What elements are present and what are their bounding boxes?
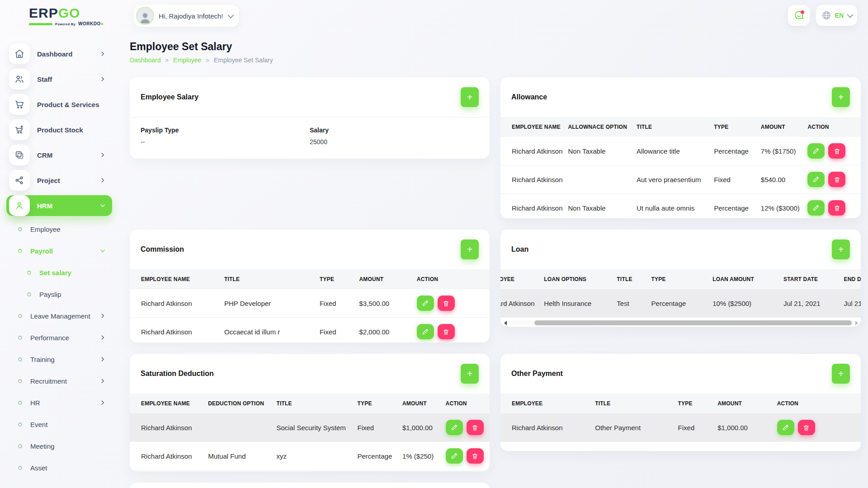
add-employee-salary-button[interactable]: + — [461, 87, 479, 107]
sidebar-item-event[interactable]: Event — [6, 416, 112, 433]
user-menu[interactable]: Hi, Rajodiya Infotech! — [134, 5, 239, 27]
column-header-employee: EMPLOYEE — [500, 394, 590, 413]
chevron-right-icon — [99, 356, 106, 362]
sidebar-item-set-salary[interactable]: Set salary — [6, 264, 112, 281]
table-row: Richard AtkinsonPHP DeveloperFixed$3,500… — [130, 289, 490, 318]
table-cell: 1% ($250) — [398, 442, 441, 470]
actions-cell — [803, 194, 861, 219]
breadcrumb-link-dashboard[interactable]: Dashboard — [130, 56, 161, 64]
edit-row-button[interactable] — [446, 448, 463, 464]
breadcrumb-separator: > — [206, 57, 209, 64]
table-cell: Richard Atkinson — [130, 318, 220, 343]
app-logo: ERPGO Powered By WORKDO● — [29, 6, 119, 26]
payslip-type-field: Payslip Type -- — [141, 127, 310, 145]
allowance-title: Allowance — [511, 93, 547, 101]
messenger-button[interactable] — [788, 5, 810, 26]
edit-row-button[interactable] — [777, 420, 794, 435]
sidebar-item-payslip[interactable]: Payslip — [6, 286, 112, 303]
table-row: Richard AtkinsonMutual FundxyzPercentage… — [130, 442, 490, 470]
salary-value: 25000 — [310, 138, 479, 145]
delete-row-button[interactable] — [798, 420, 815, 435]
delete-row-button[interactable] — [828, 172, 845, 187]
table-cell: $2,000.00 — [354, 318, 412, 343]
sidebar-item-hrm[interactable]: HRM — [6, 195, 112, 216]
sidebar-item-crm[interactable]: CRM — [6, 145, 112, 165]
sidebar-item-training[interactable]: Training — [6, 351, 112, 368]
logo-workdo: WORKDO● — [78, 22, 104, 26]
add-commission-button[interactable]: + — [461, 239, 479, 259]
scrollbar-thumb[interactable] — [534, 320, 852, 325]
edit-row-button[interactable] — [417, 324, 434, 339]
sidebar-item-recruitment[interactable]: Recruitment — [6, 372, 112, 389]
bullet-icon — [18, 422, 22, 427]
scroll-left-arrow[interactable] — [504, 321, 507, 325]
column-header-loan-options: LOAN OPTIONS — [539, 269, 612, 289]
sidebar-item-payroll[interactable]: Payroll — [6, 242, 112, 259]
chevron-right-icon — [99, 334, 106, 341]
edit-row-button[interactable] — [807, 172, 825, 187]
topbar: ERPGO Powered By WORKDO● Hi, Rajodiya In… — [0, 0, 868, 33]
table-cell: $540.00 — [756, 165, 803, 194]
other-payment-table: EMPLOYEETITLETYPEAMOUNTACTIONRichard Atk… — [500, 394, 861, 442]
column-header-allownace-option: ALLOWNACE OPTION — [563, 117, 632, 137]
sidebar-item-label: Performance — [30, 334, 69, 342]
column-header-title: TITLE — [590, 394, 673, 413]
table-cell: Richard Atkinson — [500, 289, 539, 318]
sidebar-item-label: Product Stock — [37, 126, 83, 134]
table-cell: Richard Atkinson — [130, 442, 203, 470]
table-cell — [203, 413, 272, 442]
table-cell: xyz — [272, 442, 353, 470]
sidebar-item-label: Product & Services — [37, 101, 99, 108]
salary-label: Salary — [310, 127, 479, 134]
table-cell: 10% ($2500) — [708, 289, 779, 318]
add-other-payment-button[interactable]: + — [832, 364, 850, 384]
add-allowance-button[interactable]: + — [832, 87, 850, 107]
bullet-icon — [18, 227, 22, 231]
delete-row-button[interactable] — [828, 143, 845, 159]
other-payment-card: Other Payment + EMPLOYEETITLETYPEAMOUNTA… — [500, 354, 861, 451]
delete-row-button[interactable] — [438, 296, 455, 311]
sidebar-item-meeting[interactable]: Meeting — [6, 437, 112, 455]
breadcrumb-link-employee[interactable]: Employee — [173, 56, 201, 64]
add-loan-button[interactable]: + — [832, 239, 850, 259]
edit-row-button[interactable] — [417, 296, 434, 311]
sidebar-item-hr[interactable]: HR — [6, 394, 112, 411]
chevron-down-icon — [847, 12, 853, 18]
edit-row-button[interactable] — [807, 200, 825, 216]
column-header-start-date: START DATE — [779, 269, 839, 289]
delete-row-button[interactable] — [438, 324, 455, 339]
saturation-deduction-title: Saturation Deduction — [141, 370, 214, 378]
sidebar-item-label: Staff — [37, 75, 52, 83]
add-saturation-deduction-button[interactable]: + — [461, 364, 479, 384]
delete-row-button[interactable] — [467, 420, 484, 435]
commission-card: Commission + EMPLOYEE NAMETITLETYPEAMOUN… — [130, 230, 490, 343]
sidebar-item-asset[interactable]: Asset — [6, 459, 112, 476]
sidebar-item-product-stock[interactable]: Product Stock — [6, 119, 112, 140]
column-header-employee-name: EMPLOYEE NAME — [130, 394, 203, 413]
sidebar-item-label: Asset — [30, 464, 47, 472]
table-cell: $3,500.00 — [354, 289, 412, 318]
cart-plus-icon — [9, 119, 30, 140]
delete-row-button[interactable] — [828, 200, 845, 216]
sidebar-item-project[interactable]: Project — [6, 170, 112, 191]
table-cell: 12% ($3000) — [756, 194, 803, 219]
table-cell: $1,000.00 — [398, 413, 441, 442]
sidebar-item-product-services[interactable]: Product & Services — [6, 94, 112, 115]
chevron-right-icon — [99, 378, 106, 384]
bullet-icon — [18, 401, 22, 405]
column-header-type: TYPE — [315, 269, 355, 289]
sidebar-item-staff[interactable]: Staff — [6, 69, 112, 89]
sidebar-item-performance[interactable]: Performance — [6, 329, 112, 346]
sidebar-item-employee[interactable]: Employee — [6, 221, 112, 238]
delete-row-button[interactable] — [467, 448, 484, 464]
bullet-icon — [18, 336, 22, 340]
sidebar-item-leave-management[interactable]: Leave Management — [6, 307, 112, 324]
scrollbar-track[interactable] — [509, 320, 854, 325]
actions-cell — [441, 442, 490, 470]
language-selector[interactable]: EN — [816, 5, 857, 26]
edit-row-button[interactable] — [446, 420, 463, 435]
scroll-right-arrow[interactable] — [855, 321, 858, 325]
sidebar-item-dashboard[interactable]: Dashboard — [6, 43, 112, 64]
column-header-title: TITLE — [220, 269, 315, 289]
edit-row-button[interactable] — [807, 143, 825, 159]
